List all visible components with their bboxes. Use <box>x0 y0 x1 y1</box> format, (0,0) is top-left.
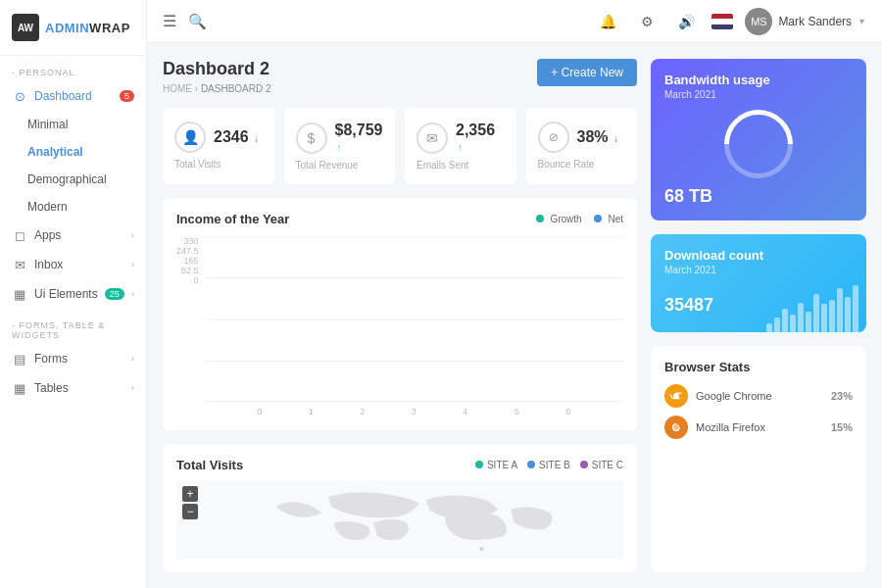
bounce-rate-arrow: ↓ <box>613 133 618 144</box>
stat-card-total-visits: 👤 2346 ↓ Total Visits <box>163 108 274 184</box>
logo-icon: AW <box>12 14 39 41</box>
legend-net: Net <box>594 214 623 224</box>
notification-bell-icon[interactable]: 🔔 <box>594 8 621 35</box>
forms-icon: ▤ <box>12 351 27 367</box>
app-logo: AW ADMINWRAP <box>0 0 146 56</box>
user-menu[interactable]: MS Mark Sanders ▼ <box>745 8 866 35</box>
chevron-right-icon: › <box>131 289 134 299</box>
ui-elements-badge: 25 <box>105 288 124 300</box>
menu-toggle-icon[interactable]: ☰ <box>163 12 176 30</box>
chart-title: Income of the Year <box>176 212 289 226</box>
bar-chart <box>205 236 623 403</box>
sidebar-item-forms[interactable]: ▤ Forms › <box>0 344 146 373</box>
sidebar-item-label: Forms <box>34 352 68 366</box>
world-map-svg <box>176 480 623 559</box>
emails-sent-icon: ✉ <box>416 122 448 154</box>
breadcrumb-home[interactable]: HOME <box>163 83 192 94</box>
browser-stats-title: Browser Stats <box>664 360 853 374</box>
chevron-right-icon: › <box>131 230 134 240</box>
chart-header: Income of the Year Growth Net <box>176 212 623 226</box>
page-title: Dashboard 2 <box>163 59 271 79</box>
gridlines-svg <box>205 236 623 403</box>
total-revenue-arrow: ↑ <box>337 142 342 153</box>
sidebar-item-demographical[interactable]: Demographical <box>0 166 146 193</box>
bandwidth-gauge <box>664 110 853 178</box>
language-flag-icon[interactable] <box>711 14 733 29</box>
browser-stats-card: Browser Stats Google Chrome 23% Mozilla … <box>651 346 866 572</box>
mini-bar-10 <box>837 288 843 332</box>
apps-icon: ◻ <box>12 227 27 243</box>
create-new-button[interactable]: + Create New <box>537 59 637 86</box>
right-column: Bandwidth usage March 2021 68 TB Downloa… <box>651 59 866 572</box>
left-column: Dashboard 2 HOME › DASHBOARD 2 + Create … <box>163 59 637 572</box>
app-name: ADMINWRAP <box>45 21 130 35</box>
emails-sent-arrow: ↑ <box>458 142 463 153</box>
sidebar-item-inbox[interactable]: ✉ Inbox › <box>0 250 146 279</box>
chrome-pct: 23% <box>831 390 853 402</box>
total-revenue-icon: $ <box>296 122 327 154</box>
legend-site-a: SITE A <box>475 460 517 470</box>
emails-sent-value: 2,356 <box>456 122 495 138</box>
topbar: ☰ 🔍 🔔 ⚙ 🔊 MS Mark Sanders ▼ <box>147 0 882 43</box>
sidebar-section-forms: - FORMS, TABLE & WIDGETS <box>0 309 146 344</box>
settings-icon[interactable]: ⚙ <box>633 8 661 35</box>
bandwidth-title: Bandwidth usage <box>664 73 853 87</box>
sidebar-item-ui-elements[interactable]: ▦ Ui Elements 25 › <box>0 279 146 309</box>
download-card: Download count March 2021 35487 <box>651 234 866 332</box>
site-c-dot <box>580 461 588 468</box>
sidebar-item-analytical[interactable]: Analytical <box>0 138 146 166</box>
visits-title: Total Visits <box>176 458 243 472</box>
chevron-right-icon: › <box>131 260 134 270</box>
mini-bar-2 <box>774 318 780 332</box>
visits-header: Total Visits SITE A SITE B SITE C <box>176 458 623 472</box>
svg-point-5 <box>479 547 483 551</box>
sidebar-item-modern[interactable]: Modern <box>0 193 146 220</box>
total-visits-label: Total Visits <box>174 159 263 170</box>
mini-bar-3 <box>782 309 788 332</box>
search-icon[interactable]: 🔍 <box>188 13 207 30</box>
content-area: Dashboard 2 HOME › DASHBOARD 2 + Create … <box>147 43 882 588</box>
user-name: Mark Sanders <box>778 15 852 28</box>
chevron-right-icon: › <box>131 354 134 364</box>
browser-row-firefox: Mozilla Firefox 15% <box>664 416 853 439</box>
bounce-rate-value: 38% <box>577 128 609 145</box>
chart-with-y-axis: 330 247.5 165 82.5 0 <box>176 236 623 416</box>
net-dot <box>594 215 602 222</box>
legend-site-c: SITE C <box>580 460 623 470</box>
legend-growth: Growth <box>536 214 582 224</box>
sidebar-item-dashboard[interactable]: ⊙ Dashboard 5 <box>0 81 146 111</box>
site-b-dot <box>527 461 535 468</box>
breadcrumb: HOME › DASHBOARD 2 <box>163 83 271 94</box>
sidebar-item-tables[interactable]: ▦ Tables › <box>0 373 146 403</box>
visits-legend: SITE A SITE B SITE C <box>475 460 623 470</box>
site-a-dot <box>475 461 483 468</box>
mini-bar-1 <box>766 323 772 332</box>
chart-area: 0 1 2 3 4 5 6 <box>205 236 623 416</box>
bandwidth-date: March 2021 <box>664 89 853 100</box>
emails-sent-label: Emails Sent <box>416 160 505 171</box>
user-dropdown-chevron: ▼ <box>858 17 866 26</box>
sidebar-item-apps[interactable]: ◻ Apps › <box>0 220 146 250</box>
mini-bar-6 <box>806 312 811 332</box>
chart-legend: Growth Net <box>536 214 623 224</box>
mini-bar-9 <box>829 300 835 332</box>
chrome-icon <box>664 384 688 408</box>
stat-card-bounce-rate: ⊘ 38% ↓ Bounce Rate <box>526 108 638 184</box>
breadcrumb-current: DASHBOARD 2 <box>201 83 271 94</box>
svg-point-6 <box>673 393 679 399</box>
sidebar-item-minimal[interactable]: Minimal <box>0 111 146 138</box>
firefox-pct: 15% <box>831 421 853 433</box>
sidebar-section-personal: - PERSONAL <box>0 56 146 81</box>
chart-y-axis: 330 247.5 165 82.5 0 <box>176 236 199 287</box>
mini-bar-4 <box>790 315 796 332</box>
gauge-circle <box>710 96 808 193</box>
sound-icon[interactable]: 🔊 <box>672 8 700 35</box>
page-header-area: Dashboard 2 HOME › DASHBOARD 2 <box>163 59 271 94</box>
bounce-rate-label: Bounce Rate <box>538 159 626 170</box>
tables-icon: ▦ <box>12 380 27 396</box>
total-visits-card: Total Visits SITE A SITE B SITE C + − <box>163 444 637 572</box>
bounce-rate-icon: ⊘ <box>538 122 569 153</box>
browser-row-chrome: Google Chrome 23% <box>664 384 853 408</box>
sidebar: AW ADMINWRAP - PERSONAL ⊙ Dashboard 5 Mi… <box>0 0 147 588</box>
chrome-name: Google Chrome <box>696 390 823 402</box>
